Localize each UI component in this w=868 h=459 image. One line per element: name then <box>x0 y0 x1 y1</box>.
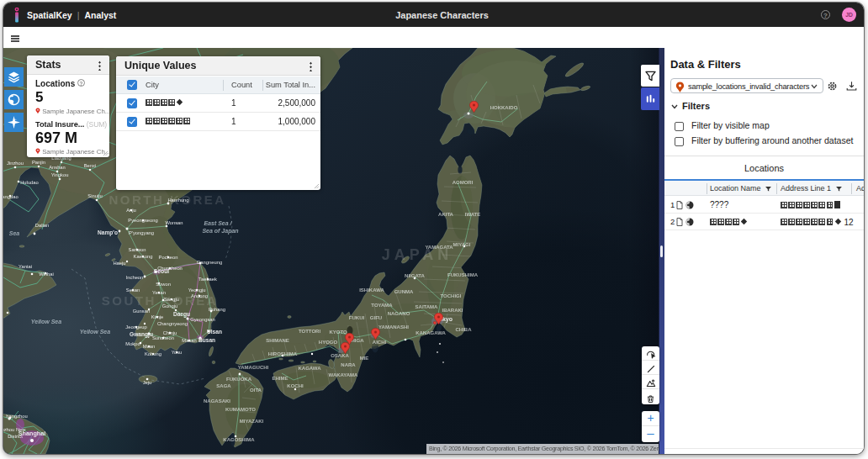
svg-text:Muan: Muan <box>143 344 156 349</box>
svg-text:OITA: OITA <box>250 388 262 393</box>
svg-text:Taebaek: Taebaek <box>198 277 217 282</box>
svg-text:Changnyeong: Changnyeong <box>157 321 188 326</box>
svg-text:Andong: Andong <box>191 293 208 298</box>
svg-text:KANAGAWA: KANAGAWA <box>415 330 446 335</box>
svg-text:Namp'o: Namp'o <box>98 230 118 236</box>
svg-text:Yantai: Yantai <box>19 264 32 269</box>
svg-text:NAGANO: NAGANO <box>388 311 410 316</box>
svg-text:EHIME: EHIME <box>272 376 288 381</box>
svg-text:Incheon: Incheon <box>126 275 144 280</box>
svg-text:KUMAMOTO: KUMAMOTO <box>225 407 256 412</box>
svg-text:Pyeongseong: Pyeongseong <box>128 218 157 223</box>
svg-text:Yellow Sea: Yellow Sea <box>31 319 61 324</box>
svg-text:Sangju: Sangju <box>164 297 179 302</box>
svg-text:WAKAYAMA: WAKAYAMA <box>329 372 359 377</box>
svg-text:East Sea /: East Sea / <box>204 220 232 226</box>
svg-text:FUKUSHIMA: FUKUSHIMA <box>447 272 479 277</box>
svg-text:FUKUOKA: FUKUOKA <box>226 377 252 382</box>
svg-text:YAMAGUCHI: YAMAGUCHI <box>238 365 269 370</box>
svg-text:Jinzhou: Jinzhou <box>7 161 24 166</box>
svg-text:Kohung: Kohung <box>145 351 161 356</box>
svg-text:Ulsan: Ulsan <box>207 329 222 335</box>
svg-text:Haeju: Haeju <box>113 261 125 266</box>
svg-text:KAGAWA: KAGAWA <box>299 366 322 371</box>
svg-text:HYOGO: HYOGO <box>319 340 338 345</box>
svg-text:Wonsan: Wonsan <box>165 220 183 225</box>
svg-text:Pohang: Pohang <box>209 307 225 312</box>
svg-text:Yingkou: Yingkou <box>51 172 69 177</box>
svg-text:TOTTORI: TOTTORI <box>299 329 320 334</box>
svg-text:MIYAZAKI: MIYAZAKI <box>240 419 264 424</box>
svg-text:SAGA: SAGA <box>216 383 231 388</box>
svg-text:TOYAMA: TOYAMA <box>371 303 393 308</box>
svg-text:KYOTO: KYOTO <box>329 330 347 335</box>
svg-text:NARA: NARA <box>341 362 356 367</box>
svg-text:Jeongeup: Jeongeup <box>125 324 146 330</box>
svg-text:uzhou New: uzhou New <box>3 427 26 432</box>
svg-text:AKITA: AKITA <box>438 212 454 217</box>
svg-text:KOCHI: KOCHI <box>287 383 304 388</box>
svg-text:YAMANASHI: YAMANASHI <box>378 324 409 330</box>
svg-text:IWATE: IWATE <box>465 212 481 217</box>
svg-text:KAGOSHIMA: KAGOSHIMA <box>223 437 255 442</box>
svg-text:Anju: Anju <box>126 208 136 213</box>
svg-text:Gwangju: Gwangju <box>130 331 153 338</box>
svg-text:Busan: Busan <box>198 337 215 343</box>
svg-text:AICHI: AICHI <box>373 340 387 345</box>
svg-text:Yosu: Yosu <box>172 350 183 355</box>
svg-text:Suwon: Suwon <box>156 282 171 287</box>
svg-text:Gongju: Gongju <box>162 303 178 309</box>
svg-text:GUNMA: GUNMA <box>394 289 414 294</box>
svg-text:Sea: Sea <box>9 230 20 236</box>
svg-text:CHIBA: CHIBA <box>456 327 473 332</box>
svg-text:Jeju: Jeju <box>143 380 152 385</box>
svg-text:Daegu: Daegu <box>173 311 190 318</box>
svg-text:Mokpo: Mokpo <box>125 341 140 346</box>
svg-text:TOCHIGI: TOCHIGI <box>441 293 462 298</box>
svg-text:Yeongju: Yeongju <box>188 288 206 293</box>
svg-text:ISHIKAWA: ISHIKAWA <box>359 288 384 293</box>
svg-text:P'yongyang: P'yongyang <box>129 230 154 235</box>
svg-text:Yellow Sea: Yellow Sea <box>80 329 110 335</box>
svg-text:OSAKA: OSAKA <box>331 353 349 358</box>
svg-text:AOMORI: AOMORI <box>453 180 474 185</box>
svg-text:Gunsan: Gunsan <box>133 309 150 314</box>
svg-text:Sinuiju: Sinuiju <box>87 193 102 198</box>
svg-text:District: District <box>8 434 23 439</box>
svg-text:Yesan: Yesan <box>152 290 166 295</box>
svg-text:Dalian: Dalian <box>35 223 49 228</box>
svg-text:FUKUI: FUKUI <box>349 315 365 320</box>
svg-text:Gangneung: Gangneung <box>197 260 222 265</box>
svg-text:Masan: Masan <box>182 338 196 343</box>
svg-text:Panjin: Panjin <box>32 160 45 165</box>
svg-text:Kimje: Kimje <box>151 314 164 319</box>
svg-text:Pocheon: Pocheon <box>159 255 178 260</box>
svg-text:Gyeongsan: Gyeongsan <box>190 317 215 322</box>
svg-text:Suncheon: Suncheon <box>152 335 174 340</box>
svg-text:SAITAMA: SAITAMA <box>415 304 439 309</box>
svg-text:hangzhou: hangzhou <box>6 414 27 419</box>
svg-text:angdao: angdao <box>3 194 19 199</box>
svg-text:Chuncheon: Chuncheon <box>157 266 183 271</box>
svg-text:Sariwon: Sariwon <box>129 247 146 252</box>
svg-text:YAMAGATA: YAMAGATA <box>425 245 453 250</box>
svg-text:Sea of Japan: Sea of Japan <box>202 228 238 235</box>
svg-text:HOKKAIDO: HOKKAIDO <box>490 105 518 110</box>
svg-text:Benxi: Benxi <box>84 163 97 168</box>
svg-text:GIFU: GIFU <box>370 315 382 320</box>
svg-text:SHIMANE: SHIMANE <box>266 338 289 343</box>
svg-text:NAGASAKI: NAGASAKI <box>204 398 230 404</box>
svg-text:Anshan: Anshan <box>49 165 66 170</box>
svg-text:Hamhung: Hamhung <box>167 198 188 203</box>
svg-text:Weihai: Weihai <box>39 272 54 277</box>
svg-text:MIE: MIE <box>360 356 369 361</box>
svg-text:Sesan: Sesan <box>126 288 140 293</box>
svg-text:IBARAKI: IBARAKI <box>442 308 463 313</box>
svg-text:MIYAGI: MIYAGI <box>453 242 471 247</box>
svg-text:Kaesong: Kaesong <box>134 254 153 259</box>
svg-text:Huludao: Huludao <box>20 180 39 185</box>
